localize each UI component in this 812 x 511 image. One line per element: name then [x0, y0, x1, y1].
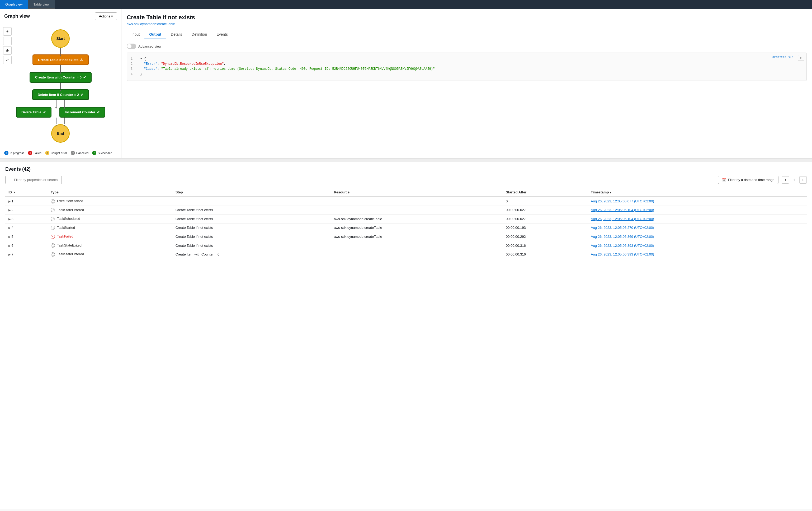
sort-arrow-ts: ▾: [610, 191, 611, 194]
table-row: ▶ 6 ◯ TaskStateExited Create Table if no…: [5, 241, 807, 250]
pagination: ‹ 1 ›: [782, 176, 807, 184]
cell-step: Create Table if not exists: [172, 206, 331, 215]
cell-id: ▶ 4: [5, 223, 48, 232]
cell-started-after: 00:00:00.027: [503, 215, 588, 223]
cell-step: Create Table if not exists: [172, 215, 331, 223]
events-header: Events (42): [5, 166, 807, 172]
cell-timestamp: Aug 26, 2023, 12:05:06.104 (UTC+02:00): [588, 206, 807, 215]
cell-step: Create Table if not exists: [172, 223, 331, 232]
cell-step: Create Table if not exists: [172, 241, 331, 250]
date-filter-button[interactable]: 📅 Filter by a date and time range: [718, 176, 778, 184]
cell-started-after: 00:00:00.316: [503, 250, 588, 259]
cell-timestamp: Aug 26, 2023, 12:05:06.393 (UTC+02:00): [588, 241, 807, 250]
cell-type: ◯ TaskStateExited: [48, 241, 172, 250]
search-input[interactable]: [5, 176, 62, 184]
node-increment-counter[interactable]: Increment Counter ✔: [59, 107, 106, 117]
expand-row-button[interactable]: ▶: [8, 200, 10, 203]
date-filter-label: Filter by a date and time range: [728, 178, 774, 182]
cell-type: ◯ TaskScheduled: [48, 215, 172, 223]
next-page-button[interactable]: ›: [799, 176, 807, 184]
cell-resource: aws-sdk:dynamodb:createTable: [331, 232, 503, 241]
code-line-1: 1 ▾ {: [131, 57, 803, 61]
node-end[interactable]: End: [51, 124, 70, 143]
table-row: ▶ 2 ◯ TaskStateEntered Create Table if n…: [5, 206, 807, 215]
tab-table-view[interactable]: Table view: [28, 0, 55, 9]
advanced-view-label: Advanced view: [138, 45, 161, 48]
node-delete-table[interactable]: Delete Table ✔: [16, 107, 52, 117]
top-tabs-bar: Graph view Table view: [0, 0, 812, 9]
legend-succeeded-icon: ✔: [92, 151, 96, 155]
cell-resource: aws-sdk:dynamodb:createTable: [331, 223, 503, 232]
tab-events[interactable]: Events: [212, 30, 233, 39]
timestamp-link[interactable]: Aug 26, 2023, 12:05:06.369 (UTC+02:00): [591, 235, 654, 239]
cell-timestamp: Aug 26, 2023, 12:05:06.369 (UTC+02:00): [588, 232, 807, 241]
expand-row-button[interactable]: ▶: [8, 235, 10, 239]
legend-failed-icon: ✕: [28, 151, 32, 155]
zoom-in-button[interactable]: ＋: [3, 27, 11, 36]
timestamp-link[interactable]: Aug 26, 2023, 12:05:06.393 (UTC+02:00): [591, 244, 654, 248]
tab-graph-view[interactable]: Graph view: [0, 0, 28, 9]
graph-flow: Start Create Table if not exists ⚠ Creat…: [16, 29, 105, 143]
col-step: Step: [172, 188, 331, 196]
table-row: ▶ 7 ◯ TaskStateEntered Create Item with …: [5, 250, 807, 259]
col-timestamp[interactable]: Timestamp ▾: [588, 188, 807, 196]
tab-output[interactable]: Output: [144, 30, 166, 39]
legend-caught-icon: ⚠: [45, 151, 49, 155]
timestamp-link[interactable]: Aug 26, 2023, 12:05:06.393 (UTC+02:00): [591, 252, 654, 256]
events-table: ID ▲ Type Step Resource Started After Ti…: [5, 188, 807, 259]
legend-in-progress: ⟳ In progress: [4, 151, 24, 155]
check-icon-create-item: ✔: [83, 75, 86, 79]
cell-resource: aws-sdk:dynamodb:createTable: [331, 215, 503, 223]
arrow-branch-right: [64, 100, 65, 107]
graph-legend: ⟳ In progress ✕ Failed ⚠ Caught error ◯ …: [0, 148, 121, 158]
formatted-button[interactable]: Formatted </>: [771, 55, 793, 60]
resize-divider[interactable]: = =: [0, 159, 812, 162]
normal-type-icon: ◯: [51, 226, 55, 230]
calendar-icon: 📅: [722, 178, 726, 182]
cell-type: ◯ TaskStateEntered: [48, 206, 172, 215]
cell-resource: [331, 250, 503, 259]
warning-icon: ⚠: [80, 58, 83, 62]
advanced-view-toggle[interactable]: [127, 44, 136, 49]
graph-panel-title: Graph view: [4, 14, 30, 19]
timestamp-link[interactable]: Aug 26, 2023, 12:05:06.104 (UTC+02:00): [591, 217, 654, 221]
timestamp-link[interactable]: Aug 26, 2023, 12:05:06.270 (UTC+02:00): [591, 226, 654, 230]
col-type: Type: [48, 188, 172, 196]
timestamp-link[interactable]: Aug 26, 2023, 12:05:06.104 (UTC+02:00): [591, 208, 654, 212]
zoom-out-button[interactable]: －: [3, 37, 11, 45]
detail-title: Create Table if not exists: [127, 14, 807, 21]
timestamp-link[interactable]: Aug 26, 2023, 12:05:06.077 (UTC+02:00): [591, 199, 654, 203]
normal-type-icon: ◯: [51, 217, 55, 221]
normal-type-icon: ◯: [51, 243, 55, 248]
cell-id: ▶ 7: [5, 250, 48, 259]
detail-subtitle: aws-sdk:dynamodb:createTable: [127, 22, 807, 26]
expand-row-button[interactable]: ▶: [8, 209, 10, 212]
current-page: 1: [791, 178, 797, 182]
expand-row-button[interactable]: ▶: [8, 217, 10, 221]
tab-details[interactable]: Details: [166, 30, 187, 39]
graph-panel: Graph view Actions ▾ ＋ － ⊕ ⤢: [0, 9, 121, 158]
fit-button[interactable]: ⤢: [3, 56, 11, 64]
check-icon-delete-item: ✔: [81, 93, 83, 97]
expand-row-button[interactable]: ▶: [8, 244, 10, 248]
expand-row-button[interactable]: ▶: [8, 253, 10, 256]
actions-button[interactable]: Actions ▾: [95, 12, 117, 20]
main-container: Graph view Actions ▾ ＋ － ⊕ ⤢: [0, 9, 812, 509]
center-button[interactable]: ⊕: [3, 46, 11, 55]
tab-input[interactable]: Input: [127, 30, 144, 39]
col-id[interactable]: ID ▲: [5, 188, 48, 196]
arrow-converge-left: [56, 117, 57, 124]
normal-type-icon: ◯: [51, 199, 55, 204]
expand-row-button[interactable]: ▶: [8, 226, 10, 230]
node-start[interactable]: Start: [51, 29, 70, 48]
detail-tabs: Input Output Details Definition Events: [127, 30, 807, 39]
prev-page-button[interactable]: ‹: [782, 176, 789, 184]
copy-button[interactable]: ⎘: [798, 55, 804, 61]
tab-definition[interactable]: Definition: [187, 30, 212, 39]
fit-icon: ⤢: [6, 58, 9, 62]
cell-timestamp: Aug 26, 2023, 12:05:06.104 (UTC+02:00): [588, 215, 807, 223]
cell-started-after: 00:00:00.316: [503, 241, 588, 250]
col-resource: Resource: [331, 188, 503, 196]
top-section: Graph view Actions ▾ ＋ － ⊕ ⤢: [0, 9, 812, 159]
col-started-after: Started After: [503, 188, 588, 196]
